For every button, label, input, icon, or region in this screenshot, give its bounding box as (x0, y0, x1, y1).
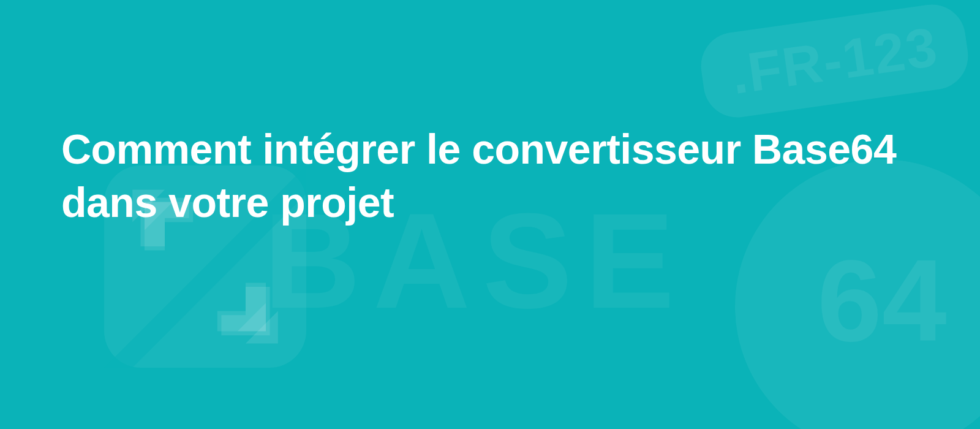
svg-marker-6 (246, 311, 278, 344)
svg-marker-4 (238, 303, 266, 331)
sixty-four-label: 64 (817, 233, 946, 367)
fr123-badge-watermark: .FR-123 (696, 0, 972, 121)
page-title: Comment intégrer le convertisseur Base64… (61, 123, 919, 229)
svg-marker-3 (217, 283, 266, 331)
